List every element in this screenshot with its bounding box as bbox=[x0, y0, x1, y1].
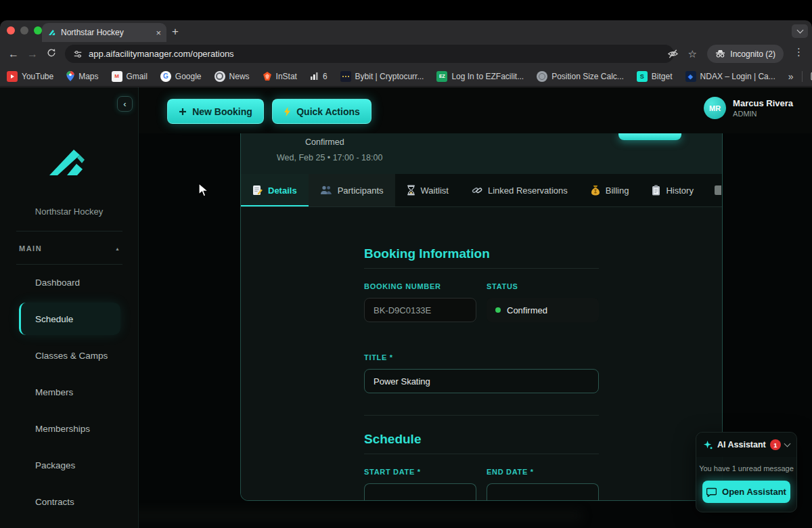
sidebar-item-classes-camps[interactable]: Classes & Camps bbox=[0, 337, 139, 374]
booking-details-modal: Confirmed Wed, Feb 25 • 17:00 - 18:00 De… bbox=[240, 133, 723, 501]
bookmark-item[interactable]: EZLog In to EZFacilit... bbox=[436, 71, 524, 82]
bookmark-item[interactable]: Position Size Calc... bbox=[537, 71, 624, 82]
sidebar-item-memberships[interactable]: Memberships bbox=[0, 410, 139, 447]
close-window-button[interactable] bbox=[7, 26, 15, 35]
news-globe-icon bbox=[215, 71, 225, 82]
tab-participants[interactable]: Participants bbox=[309, 174, 395, 206]
incognito-icon bbox=[715, 49, 725, 58]
status-label: STATUS bbox=[487, 282, 599, 290]
end-date-label: END DATE * bbox=[487, 468, 599, 476]
bookmark-item[interactable]: ◆NDAX – Login | Ca... bbox=[685, 71, 775, 82]
app-header: New Booking Quick Actions MR Marcus Rive… bbox=[139, 87, 812, 133]
incognito-label: Incognito (2) bbox=[730, 49, 775, 59]
end-date-input[interactable] bbox=[487, 483, 599, 501]
lightning-icon bbox=[284, 107, 291, 116]
chevron-down-icon bbox=[796, 27, 803, 34]
org-name: Northstar Hockey bbox=[0, 206, 138, 217]
divider bbox=[364, 415, 599, 416]
sidebar-item-schedule[interactable]: Schedule bbox=[0, 301, 139, 337]
status-badge[interactable]: Confirmed bbox=[487, 298, 599, 322]
tab-search-button[interactable] bbox=[792, 24, 808, 38]
sidebar-item-members[interactable]: Members bbox=[0, 374, 139, 410]
user-menu[interactable]: MR Marcus Rivera ADMIN bbox=[704, 97, 793, 119]
url-text: app.aifacilitymanager.com/operations bbox=[89, 49, 234, 59]
bookmarks-overflow-chevron[interactable]: » bbox=[788, 71, 794, 82]
reload-icon bbox=[47, 48, 56, 58]
section-label: MAIN bbox=[19, 244, 42, 252]
avatar[interactable]: MR bbox=[704, 97, 726, 119]
browser-menu-icon[interactable]: ⋮ bbox=[794, 46, 804, 58]
tab-waitlist[interactable]: Waitlist bbox=[395, 174, 460, 206]
bookmark-star-icon[interactable]: ☆ bbox=[688, 48, 697, 60]
bookmark-item[interactable]: SBitget bbox=[637, 71, 673, 82]
tab-close-icon[interactable]: × bbox=[156, 28, 161, 38]
bookmark-item[interactable]: InStat bbox=[263, 72, 297, 81]
window-controls bbox=[7, 26, 42, 35]
plus-icon bbox=[179, 108, 187, 116]
sidebar-nav: Dashboard Schedule Classes & Camps Membe… bbox=[0, 264, 139, 520]
modal-action-button-partial[interactable] bbox=[618, 133, 681, 140]
partial-tab-icon[interactable] bbox=[715, 185, 721, 195]
bitget-icon: S bbox=[637, 71, 648, 82]
status-dot-icon bbox=[495, 307, 501, 313]
tab-billing[interactable]: Billing bbox=[579, 174, 641, 206]
user-name: Marcus Rivera bbox=[733, 98, 793, 108]
org-logo bbox=[47, 146, 91, 182]
new-booking-button[interactable]: New Booking bbox=[167, 99, 264, 124]
back-button[interactable]: ← bbox=[4, 48, 23, 60]
tab-title: Northstar Hockey bbox=[61, 28, 151, 37]
app-content: New Booking Quick Actions MR Marcus Rive… bbox=[0, 87, 812, 528]
bookmark-item[interactable]: YouTube bbox=[7, 71, 53, 82]
tab-history[interactable]: History bbox=[640, 174, 704, 206]
incognito-badge[interactable]: Incognito (2) bbox=[707, 45, 784, 63]
site-favicon bbox=[47, 28, 56, 37]
bookmark-item[interactable]: MGmail bbox=[112, 71, 148, 82]
sidebar-section-header[interactable]: MAIN ▲ bbox=[19, 244, 120, 252]
booking-number-label: BOOKING NUMBER bbox=[364, 282, 476, 290]
browser-tab[interactable]: Northstar Hockey × bbox=[42, 23, 166, 42]
bookmark-item[interactable]: GGoogle bbox=[160, 71, 202, 82]
ai-assistant-widget: AI Assistant 1 You have 1 unread message… bbox=[696, 432, 797, 512]
open-assistant-button[interactable]: Open Assistant bbox=[702, 481, 790, 503]
ai-assistant-title: AI Assistant bbox=[717, 440, 766, 449]
participants-icon bbox=[320, 185, 332, 195]
chevron-down-icon[interactable] bbox=[784, 441, 791, 447]
modal-tabs: Details Participants Waitlist Linked Res… bbox=[241, 174, 722, 207]
chart-icon bbox=[310, 72, 319, 81]
start-date-label: START DATE * bbox=[364, 468, 476, 476]
ndax-icon: ◆ bbox=[685, 71, 696, 82]
title-input[interactable] bbox=[364, 369, 599, 393]
tab-strip: Northstar Hockey × + bbox=[0, 20, 812, 42]
zoom-window-button[interactable] bbox=[34, 26, 42, 35]
ai-assistant-header[interactable]: AI Assistant 1 bbox=[696, 433, 796, 457]
eye-off-icon[interactable] bbox=[667, 48, 679, 60]
sidebar-item-contracts[interactable]: Contracts bbox=[0, 483, 139, 520]
sidebar-item-dashboard[interactable]: Dashboard bbox=[0, 264, 139, 301]
address-bar[interactable]: app.aifacilitymanager.com/operations bbox=[65, 45, 674, 63]
maps-pin-icon bbox=[66, 71, 74, 81]
bookmark-item[interactable]: News bbox=[215, 71, 250, 82]
start-date-input[interactable] bbox=[364, 483, 476, 501]
bookmark-item[interactable]: Maps bbox=[66, 71, 98, 81]
background-content-ghost bbox=[108, 510, 582, 521]
quick-actions-button[interactable]: Quick Actions bbox=[272, 99, 371, 124]
reload-button[interactable] bbox=[42, 48, 61, 60]
memo-icon bbox=[252, 185, 263, 196]
booking-number-input[interactable] bbox=[364, 298, 476, 322]
chat-bubble-icon bbox=[706, 487, 717, 497]
position-calc-icon bbox=[537, 71, 547, 82]
bookmark-item[interactable]: 6 bbox=[310, 72, 328, 81]
sidebar-collapse-button[interactable]: ‹ bbox=[117, 96, 133, 112]
user-role: ADMIN bbox=[733, 110, 793, 118]
forward-button[interactable]: → bbox=[23, 48, 42, 60]
divider bbox=[802, 71, 803, 82]
tab-details[interactable]: Details bbox=[241, 174, 309, 206]
minimize-window-button[interactable] bbox=[20, 26, 28, 35]
divider bbox=[364, 454, 599, 454]
sidebar-item-packages[interactable]: Packages bbox=[0, 447, 139, 483]
site-settings-icon bbox=[73, 49, 83, 59]
tab-linked-reservations[interactable]: Linked Reservations bbox=[460, 174, 579, 206]
bookmark-item[interactable]: Bybit | Cryptocurr... bbox=[340, 71, 424, 82]
new-tab-button[interactable]: + bbox=[172, 26, 179, 37]
bookmarks-bar: YouTube Maps MGmail GGoogle News InStat … bbox=[0, 66, 812, 87]
